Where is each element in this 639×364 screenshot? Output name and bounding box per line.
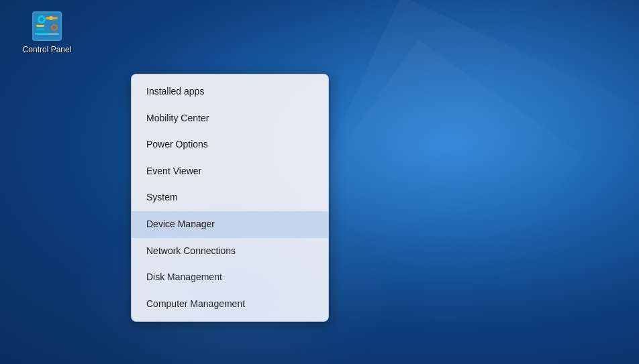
menu-item-disk-management[interactable]: Disk Management <box>132 264 328 291</box>
menu-item-device-manager[interactable]: Device Manager <box>132 211 328 238</box>
svg-point-5 <box>49 16 53 20</box>
svg-point-3 <box>40 17 44 21</box>
menu-item-mobility-center[interactable]: Mobility Center <box>132 105 328 132</box>
menu-item-power-options[interactable]: Power Options <box>132 131 328 158</box>
svg-rect-6 <box>36 25 44 27</box>
desktop: Control Panel Installed apps Mobility Ce… <box>0 0 639 364</box>
svg-rect-11 <box>35 33 48 35</box>
control-panel-label: Control Panel <box>23 45 72 56</box>
svg-point-9 <box>53 26 56 29</box>
svg-rect-7 <box>36 28 44 30</box>
menu-item-computer-management[interactable]: Computer Management <box>132 291 328 318</box>
menu-item-installed-apps[interactable]: Installed apps <box>132 78 328 105</box>
menu-item-system[interactable]: System <box>132 184 328 211</box>
menu-item-event-viewer[interactable]: Event Viewer <box>132 158 328 185</box>
context-menu: Installed apps Mobility Center Power Opt… <box>131 74 329 322</box>
control-panel-icon[interactable]: Control Panel <box>20 10 74 56</box>
menu-item-network-connections[interactable]: Network Connections <box>132 238 328 265</box>
control-panel-icon-image <box>31 10 63 42</box>
